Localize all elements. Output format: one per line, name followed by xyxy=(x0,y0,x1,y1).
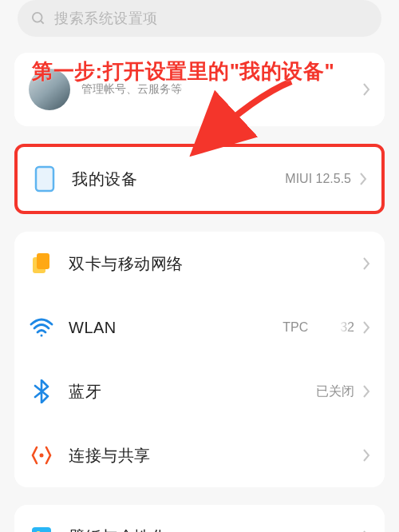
network-section: 双卡与移动网络 WLAN TPC 32 蓝牙 已关闭 连接与 xyxy=(14,232,385,487)
chevron-right-icon xyxy=(359,172,367,186)
bluetooth-icon xyxy=(26,375,57,407)
chevron-right-icon xyxy=(362,256,370,271)
sim-title: 双卡与移动网络 xyxy=(69,253,362,275)
device-row[interactable]: 我的设备 MIUI 12.5.5 xyxy=(18,147,381,211)
svg-rect-4 xyxy=(37,253,49,269)
share-icon xyxy=(26,439,57,471)
search-icon xyxy=(30,10,46,26)
share-row[interactable]: 连接与共享 xyxy=(14,423,385,487)
svg-rect-2 xyxy=(36,167,53,191)
chevron-right-icon xyxy=(362,320,370,335)
sim-icon xyxy=(26,248,57,280)
sim-row[interactable]: 双卡与移动网络 xyxy=(14,232,385,296)
svg-point-6 xyxy=(40,454,44,458)
chevron-right-icon xyxy=(362,448,370,463)
svg-point-0 xyxy=(33,13,42,22)
wlan-value: TPC 32 xyxy=(282,320,354,335)
personalize-title: 壁纸与个性化 xyxy=(69,526,362,533)
personalize-section: 壁纸与个性化 xyxy=(14,505,385,532)
bluetooth-title: 蓝牙 xyxy=(69,381,316,403)
wifi-icon xyxy=(26,312,57,343)
bluetooth-value: 已关闭 xyxy=(316,383,354,400)
svg-rect-7 xyxy=(32,527,51,532)
share-title: 连接与共享 xyxy=(69,445,362,466)
svg-point-5 xyxy=(41,335,43,337)
wlan-title: WLAN xyxy=(69,319,282,337)
device-value: MIUI 12.5.5 xyxy=(285,172,351,186)
bluetooth-row[interactable]: 蓝牙 已关闭 xyxy=(14,359,385,423)
wlan-row[interactable]: WLAN TPC 32 xyxy=(14,296,385,359)
wallpaper-icon xyxy=(26,521,57,532)
device-title: 我的设备 xyxy=(72,169,285,190)
personalize-row[interactable]: 壁纸与个性化 xyxy=(14,505,385,532)
search-bar[interactable]: 搜索系统设置项 xyxy=(18,0,381,37)
svg-line-1 xyxy=(41,21,44,24)
annotation-text: 第一步:打开设置里的"我的设备" xyxy=(32,58,367,85)
chevron-right-icon xyxy=(362,384,370,399)
search-placeholder: 搜索系统设置项 xyxy=(54,9,158,28)
device-section: 我的设备 MIUI 12.5.5 xyxy=(14,144,385,214)
device-icon xyxy=(29,163,61,195)
